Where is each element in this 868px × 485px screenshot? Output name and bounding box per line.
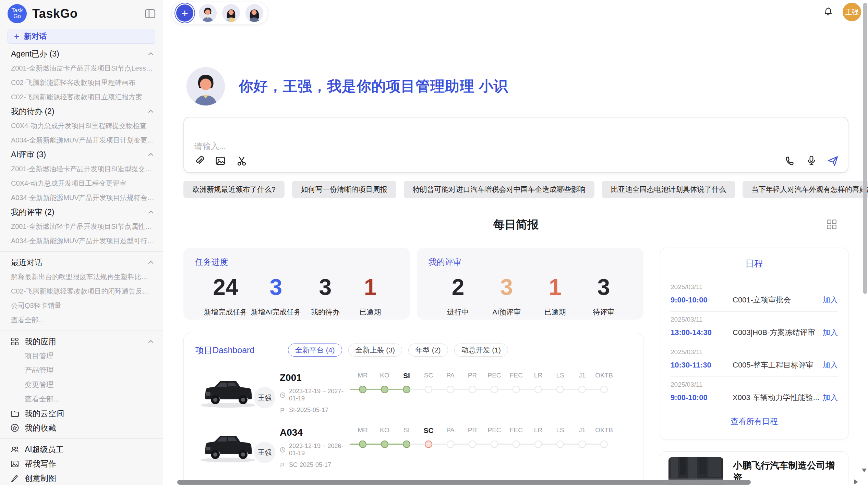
- list-item[interactable]: A034-全新新能源MUV产品开发项目法规符合性评审: [0, 190, 163, 205]
- suggestion-chip[interactable]: 特朗普可能对进口汽车增税会对中国车企造成哪些影响: [404, 181, 594, 198]
- dashboard-tabs: 全新平台 (4) 全新上装 (3) 年型 (2) 动总开发 (1): [288, 344, 508, 357]
- list-item[interactable]: C02-飞腾新能源轻客改款项目的闭环通告反馈情况: [0, 284, 163, 298]
- layout-grid-icon[interactable]: [827, 219, 837, 229]
- divider: [0, 438, 163, 439]
- chevron-up-icon[interactable]: [147, 50, 155, 58]
- divider: [0, 251, 163, 252]
- schedule-title: 日程: [671, 258, 838, 270]
- chevron-up-icon[interactable]: [147, 151, 155, 158]
- list-item[interactable]: Z001-全新燃油皮卡产品开发项目SI节点Lesson Learn报告: [0, 61, 163, 75]
- chevron-up-icon[interactable]: [147, 259, 155, 266]
- list-item[interactable]: A034-全新新能源MUV产品开发项目计划变更表编写: [0, 133, 163, 147]
- sidebar-item-creative-draw[interactable]: 创意制图: [0, 471, 163, 485]
- sidebar-item-cloud-space[interactable]: 我的云空间: [0, 406, 163, 421]
- suggestion-chip[interactable]: 如何写一份清晰的项目周报: [292, 181, 396, 198]
- agent-avatar-2[interactable]: [222, 4, 240, 22]
- chevron-up-icon[interactable]: [147, 208, 155, 216]
- tab-powertrain[interactable]: 动总开发 (1): [454, 344, 508, 357]
- suggestion-chip[interactable]: 当下年轻人对汽车外观有怎样的喜好趋势: [743, 181, 868, 198]
- tab-new-body[interactable]: 全新上装 (3): [348, 344, 402, 357]
- list-item[interactable]: A034-全新新能源MUV产品开发项目造型可行性评审: [0, 234, 163, 248]
- milestone-label: LS: [549, 372, 571, 380]
- project-row[interactable]: 王强 Z001 2023-12-19 ~ 2027-01-19 SI-2025-…: [195, 371, 643, 411]
- milestone-dot: [469, 386, 476, 393]
- tab-year-model[interactable]: 年型 (2): [408, 344, 448, 357]
- scroll-down-arrow[interactable]: [862, 469, 867, 472]
- join-link[interactable]: 加入: [823, 295, 838, 305]
- schedule-name: C005-整车工程目标评审: [727, 360, 823, 370]
- stat-label: 新增完成任务: [204, 307, 247, 317]
- view-all-link[interactable]: 查看全部...: [0, 392, 163, 406]
- agent-avatar-1[interactable]: [199, 4, 217, 22]
- view-all-link[interactable]: 查看全部...: [0, 313, 163, 327]
- section-recent-chats[interactable]: 最近对话: [0, 255, 163, 270]
- list-item[interactable]: Z001-全新燃油轻卡产品开发项目SI节点属性5D文件评审: [0, 219, 163, 234]
- app-link[interactable]: 变更管理: [0, 377, 163, 392]
- people-icon: [10, 445, 19, 454]
- suggestion-chip[interactable]: 欧洲新规最近颁布了什么?: [183, 181, 285, 198]
- schedule-time: 9:00-10:00: [671, 393, 727, 402]
- scissors-icon[interactable]: [236, 155, 247, 166]
- flag-icon: [280, 462, 286, 468]
- input-placeholder: 请输入...: [194, 141, 226, 152]
- sidebar-item-ai-employee[interactable]: AI超级员工: [0, 442, 163, 457]
- list-item[interactable]: Z001-全新燃油轻卡产品开发项目SI造型提交物评审: [0, 162, 163, 176]
- section-agent-done[interactable]: Agent已办 (3): [0, 47, 163, 61]
- section-ai-review[interactable]: AI评审 (3): [0, 147, 163, 162]
- suggestion-chip[interactable]: 比亚迪全固态电池计划具体说了什么: [602, 181, 735, 198]
- milestone-label: KO: [374, 372, 396, 380]
- image-upload-icon[interactable]: [215, 155, 226, 166]
- grid-icon: [10, 337, 19, 346]
- list-item[interactable]: C02-飞腾新能源轻客改款项目里程碑画布: [0, 75, 163, 90]
- app-link[interactable]: 产品管理: [0, 363, 163, 377]
- list-item[interactable]: C0X4-动力总成开发项目SI里程碑提交物检查: [0, 119, 163, 133]
- project-row[interactable]: 王强 A034 2023-12-19 ~ 2026-01-19 SC-2025-…: [195, 426, 643, 466]
- chat-input[interactable]: 请输入...: [183, 117, 848, 173]
- join-link[interactable]: 加入: [823, 327, 838, 338]
- milestone-label: LR: [527, 426, 549, 435]
- chevron-up-icon[interactable]: [147, 338, 155, 345]
- stat-label: 已逾期: [534, 307, 576, 317]
- milestone-dot-done: [403, 440, 410, 448]
- add-agent-button[interactable]: +: [176, 4, 193, 22]
- user-avatar[interactable]: 王强: [843, 3, 861, 21]
- vertical-scrollbar[interactable]: [863, 3, 867, 294]
- list-item[interactable]: 公司Q3轻卡销量: [0, 298, 163, 313]
- sidebar-item-favorites[interactable]: 我的收藏: [0, 421, 163, 435]
- new-chat-button[interactable]: + 新对话: [8, 29, 155, 44]
- phone-icon[interactable]: [785, 155, 796, 166]
- sidebar-collapse-icon[interactable]: [144, 8, 156, 20]
- list-item[interactable]: C0X4-动力总成开发项目工程变更评审: [0, 176, 163, 190]
- send-icon[interactable]: [827, 155, 838, 166]
- agent-avatar-3[interactable]: [245, 4, 263, 22]
- sidebar-item-help-write[interactable]: 帮我写作: [0, 457, 163, 471]
- list-item[interactable]: C02-飞腾新能源轻客改款项目立项汇报方案: [0, 90, 163, 104]
- attachment-icon[interactable]: [194, 155, 205, 166]
- folder-icon: [10, 409, 19, 418]
- section-my-review[interactable]: 我的评审 (2): [0, 205, 163, 219]
- notification-bell-icon[interactable]: [823, 7, 834, 17]
- horizontal-scrollbar[interactable]: [177, 480, 751, 485]
- microphone-icon[interactable]: [806, 155, 817, 166]
- schedule-item: 2025/03/11 9:00-10:00 C001-立项审批会 加入: [671, 279, 838, 312]
- chevron-up-icon[interactable]: [147, 108, 155, 115]
- sidebar-item-my-apps[interactable]: 我的应用: [0, 334, 163, 349]
- milestone-label: OKTB: [593, 372, 615, 380]
- greeting-row: 你好，王强，我是你的项目管理助理 小识: [186, 67, 508, 105]
- stat-value: 3: [583, 276, 624, 298]
- new-chat-label: 新对话: [24, 31, 47, 41]
- join-link[interactable]: 加入: [823, 393, 838, 403]
- stat-label: 进行中: [437, 307, 479, 317]
- join-link[interactable]: 加入: [823, 360, 838, 370]
- schedule-card: 日程 2025/03/11 9:00-10:00 C001-立项审批会 加入 2…: [660, 248, 848, 439]
- tab-new-platform[interactable]: 全新平台 (4): [288, 344, 342, 357]
- scroll-right-arrow[interactable]: [854, 480, 858, 484]
- app-link[interactable]: 项目管理: [0, 349, 163, 363]
- section-title: 最近对话: [11, 257, 43, 268]
- logo-line2: Go: [13, 14, 21, 20]
- view-all-schedule-link[interactable]: 查看所有日程: [671, 416, 838, 427]
- list-item[interactable]: 解释最新出台的欧盟报废车法规再生塑料比例被调至15%...: [0, 270, 163, 284]
- sidebar-item-label: 我的云空间: [25, 408, 64, 419]
- section-my-todo[interactable]: 我的待办 (2): [0, 104, 163, 119]
- milestone-dot: [513, 386, 520, 393]
